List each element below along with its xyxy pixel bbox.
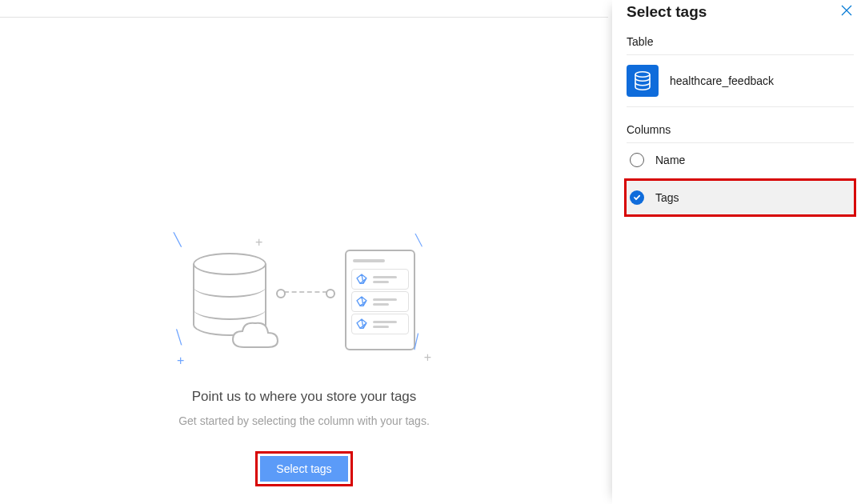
- select-tags-panel: Select tags Table healthcare_feedback Co…: [612, 0, 865, 504]
- sparkle-icon: ╲: [415, 234, 422, 246]
- sparkle-icon: ╲: [174, 232, 182, 247]
- svg-point-0: [635, 72, 650, 77]
- empty-state-illustration: ╲ + + ╲ + ╲ ╲: [193, 250, 415, 350]
- sparkle-icon: +: [177, 354, 184, 368]
- column-name: Tags: [655, 191, 679, 204]
- select-tags-button[interactable]: Select tags: [260, 456, 347, 482]
- database-icon: [627, 65, 659, 97]
- column-option-highlight: Tags: [624, 178, 856, 217]
- radio-checked-icon: [630, 190, 644, 205]
- tags-list-illustration: [345, 250, 415, 350]
- column-option[interactable]: Name: [627, 143, 854, 177]
- columns-section-label: Columns: [627, 123, 854, 143]
- cloud-icon: [230, 320, 281, 352]
- top-bar: [0, 0, 608, 18]
- sparkle-icon: +: [255, 235, 262, 250]
- column-option[interactable]: Tags: [627, 181, 854, 214]
- tag-icon: [355, 273, 368, 286]
- column-name: Name: [655, 154, 685, 166]
- empty-state-title: Point us to where you store your tags: [192, 389, 417, 405]
- database-icon: [193, 253, 266, 347]
- tag-icon: [355, 295, 368, 308]
- sparkle-icon: ╲: [174, 329, 184, 345]
- empty-state: ╲ + + ╲ + ╲ ╲: [0, 18, 608, 504]
- table-row: healthcare_feedback: [627, 55, 854, 107]
- sparkle-icon: +: [424, 350, 431, 365]
- close-icon[interactable]: [839, 3, 854, 20]
- radio-unchecked-icon: [630, 153, 644, 167]
- empty-state-subtitle: Get started by selecting the column with…: [178, 414, 430, 427]
- tag-icon: [355, 318, 368, 330]
- panel-title: Select tags: [627, 3, 707, 21]
- select-tags-button-highlight: Select tags: [255, 451, 352, 486]
- table-section-label: Table: [627, 35, 854, 55]
- connector-line: [284, 291, 327, 293]
- table-name: healthcare_feedback: [670, 74, 774, 87]
